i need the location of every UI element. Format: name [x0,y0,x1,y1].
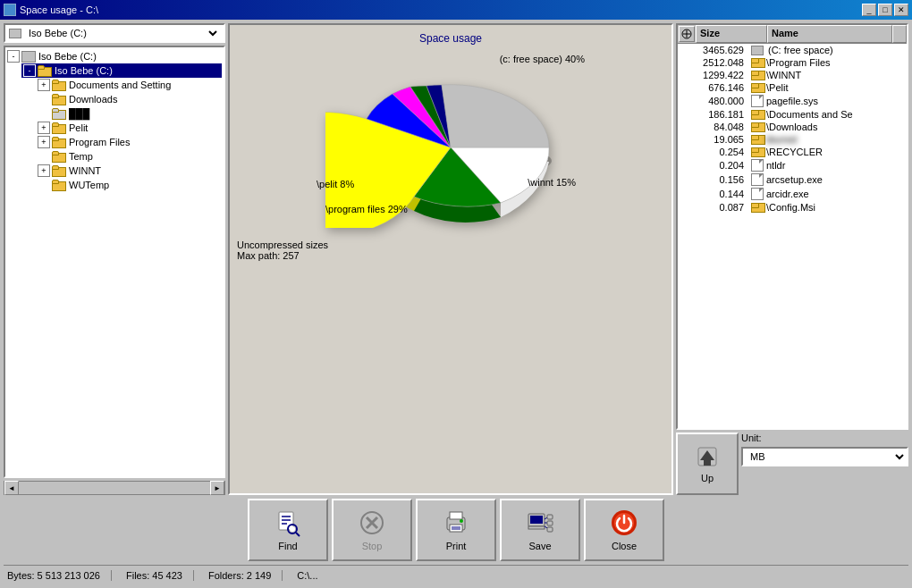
find-icon [274,508,302,537]
find-icon-svg [274,508,302,537]
main-window: Iso Bebe (C:) - Iso Bebe (C:) - [0,20,912,588]
folder-icon [751,122,764,132]
unit-select[interactable]: MB KB GB Bytes [741,447,908,466]
left-panel: Iso Bebe (C:) - Iso Bebe (C:) - [4,23,225,495]
folder-icon [751,147,764,157]
print-icon-svg [442,508,470,537]
file-size-cell: 0.254 [680,147,751,157]
file-name-cell: \RECYCLER [751,147,905,157]
file-row[interactable]: 480.000pagefile.sys [678,94,907,108]
up-arrow-icon [693,444,722,473]
save-icon [526,508,554,537]
svg-rect-29 [547,521,553,525]
file-list: Size Name 3465.629(C: free space)2512.04… [676,23,908,430]
col-size-header[interactable]: Size [696,25,767,43]
tree-scroll-left[interactable]: ◄ [4,481,19,495]
print-button[interactable]: Print [416,499,496,561]
print-icon [442,508,470,537]
file-list-body[interactable]: 3465.629(C: free space)2512.048\Program … [678,44,907,428]
file-icon [751,95,764,107]
file-name-cell: \Pelit [751,82,905,93]
close-button[interactable]: Close [584,499,664,561]
title-bar: Space usage - C:\ _ □ ✕ [0,0,912,20]
tree-item-pelit[interactable]: + Pelit [36,121,222,135]
tree-scrollable[interactable]: - Iso Bebe (C:) - Iso [5,47,224,476]
up-button[interactable]: Up [676,433,739,495]
drive-select[interactable]: Iso Bebe (C:) [25,27,220,39]
file-icon [751,188,764,200]
file-row[interactable]: 1299.422\WINNT [678,69,907,81]
minimize-button[interactable]: _ [862,4,876,16]
svg-line-11 [296,533,300,536]
file-icon [751,173,764,186]
app-icon [4,4,16,16]
status-bar: Bytes: 5 513 213 026 Files: 45 423 Folde… [4,565,908,584]
file-name-cell: ntldr [751,159,905,172]
svg-rect-18 [450,525,462,532]
stop-icon-svg [358,508,386,537]
file-size-cell: 676.146 [680,82,751,93]
svg-rect-17 [450,512,462,519]
file-row[interactable]: 19.065blurred [678,133,907,146]
file-size-cell: 84.048 [680,122,751,132]
tree-item-programfiles[interactable]: + Program Files [36,135,222,149]
file-name-cell: arcsetup.exe [751,173,905,186]
pie-seg-gray[interactable] [442,85,549,147]
expander-drive[interactable]: - [7,50,20,63]
find-button[interactable]: Find [248,499,328,561]
tree-item-downloads[interactable]: + Downloads [36,92,222,106]
file-size-cell: 2512.048 [680,57,751,68]
expander-winnt[interactable]: + [38,164,50,177]
drive-dropdown[interactable]: Iso Bebe (C:) [4,23,225,43]
expander-docset[interactable]: + [38,79,50,91]
close-window-button[interactable]: ✕ [894,4,908,16]
tree-item-blurred[interactable]: + ███ [36,106,222,121]
expander-programfiles[interactable]: + [38,136,50,148]
tree-item-temp[interactable]: + Temp [36,149,222,164]
file-row[interactable]: 186.181\Documents and Se [678,108,907,121]
file-row[interactable]: 3465.629(C: free space) [678,44,907,56]
expander-isoc[interactable]: - [23,64,36,77]
sort-arrow[interactable] [892,25,907,43]
file-row[interactable]: 0.087\Config.Msi [678,201,907,214]
tree-hscrollbar[interactable]: ◄ ► [4,481,225,495]
file-name-cell: blurred [751,134,905,145]
file-name-cell: \Documents and Se [751,109,905,120]
file-row[interactable]: 676.146\Pelit [678,81,907,94]
tree-scroll-right[interactable]: ► [210,481,224,495]
file-icon [751,159,764,172]
pie-chart [325,58,576,228]
unit-area: Unit: MB KB GB Bytes [741,433,908,466]
file-row[interactable]: 0.204ntldr [678,158,907,172]
restore-button[interactable]: □ [878,4,892,16]
sort-icon[interactable] [679,26,695,42]
save-button[interactable]: Save [500,499,580,561]
stop-button[interactable]: Stop [332,499,412,561]
file-row[interactable]: 84.048\Downloads [678,121,907,133]
tree-item-drive[interactable]: - Iso Bebe (C:) [7,49,222,63]
tree-item-winnt[interactable]: + WINNT [36,164,222,178]
expander-pelit[interactable]: + [38,122,50,134]
file-size-cell: 0.156 [680,174,751,185]
tree-item-docset[interactable]: + Documents and Setting [36,78,222,92]
stop-label: Stop [362,541,383,551]
file-row[interactable]: 0.156arcsetup.exe [678,172,907,187]
file-size-cell: 1299.422 [680,70,751,80]
tree-item-isoc[interactable]: - Iso Bebe (C:) [21,63,222,78]
col-name-header[interactable]: Name [767,25,892,43]
stop-icon [358,508,386,537]
tree-panel: - Iso Bebe (C:) - Iso [4,46,225,478]
file-row[interactable]: 2512.048\Program Files [678,56,907,69]
unit-label: Unit: [741,433,908,443]
tree-label-programfiles: Program Files [69,137,130,147]
label-progfiles: \program files 29% [325,204,408,214]
controls-area: Up Unit: MB KB GB Bytes [676,433,908,495]
content-area: Iso Bebe (C:) - Iso Bebe (C:) - [4,23,908,495]
file-row[interactable]: 0.144arcidr.exe [678,187,907,201]
tree-label-blurred: ███ [69,108,89,119]
find-label: Find [278,541,297,551]
sort-icon-svg [681,29,692,39]
tree-item-wutemp[interactable]: + WUTemp [36,178,222,192]
file-row[interactable]: 0.254\RECYCLER [678,146,907,158]
save-icon-svg [526,508,554,537]
